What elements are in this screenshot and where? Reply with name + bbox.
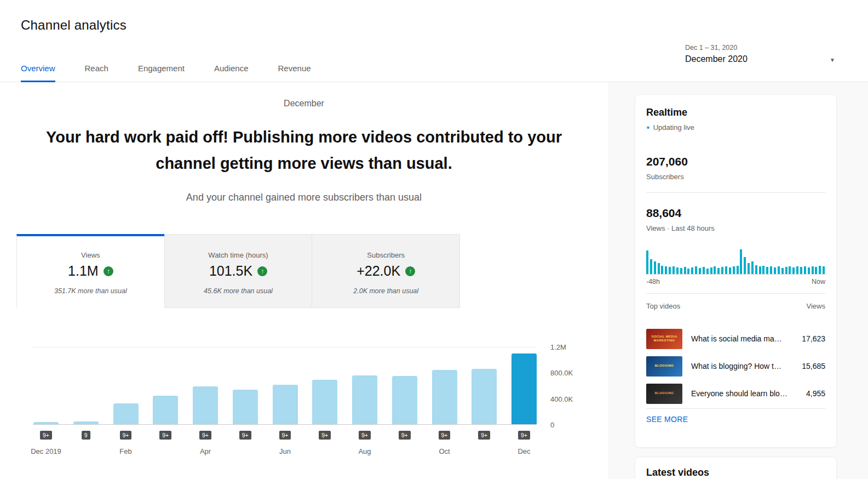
bar-mar[interactable] (153, 396, 178, 424)
video-count-badge[interactable]: 9+ (399, 431, 411, 440)
latest-videos-title: Latest videos (646, 467, 709, 478)
video-title: Everyone should learn blo… (691, 389, 801, 398)
bar-jun[interactable] (273, 385, 298, 424)
x-tick-label: Oct (439, 447, 450, 455)
top-video-row[interactable]: BLOGGINGEveryone should learn blo…4,955 (646, 380, 825, 407)
bar-jan[interactable] (73, 421, 99, 424)
bar-nov[interactable] (472, 369, 497, 424)
realtime-bar (785, 267, 787, 274)
realtime-bar (665, 266, 667, 274)
realtime-bar (819, 266, 821, 274)
top-videos-label: Top videos (646, 302, 680, 310)
realtime-bar (766, 267, 768, 274)
metric-value: 101.5K↑ (165, 263, 312, 279)
caret-down-icon[interactable]: ▼ (830, 57, 835, 63)
realtime-bar (710, 267, 712, 274)
realtime-bar (778, 266, 780, 274)
date-range-label: December 2020 (685, 54, 835, 64)
video-count-badge[interactable]: 9+ (518, 431, 530, 440)
realtime-bar (658, 263, 660, 274)
realtime-bar (815, 267, 817, 274)
video-count-badge[interactable]: 9+ (439, 431, 451, 440)
up-arrow-icon: ↑ (104, 266, 113, 276)
axis-right-label: Now (812, 278, 825, 286)
video-thumbnail: BLOGGING (646, 384, 682, 404)
tab-reach[interactable]: Reach (85, 55, 108, 82)
tab-overview[interactable]: Overview (21, 55, 55, 82)
views-column-label: Views (807, 302, 825, 310)
video-count-badge[interactable]: 9+ (359, 431, 371, 440)
date-range-picker[interactable]: Dec 1 – 31, 2020 December 2020 ▼ (685, 44, 835, 64)
realtime-bar (823, 266, 825, 274)
metric-value-text: 101.5K (209, 263, 252, 279)
video-views: 15,685 (802, 362, 825, 370)
metric-tab-subscribers[interactable]: Subscribers+22.0K↑2.0K more than usual (312, 234, 460, 308)
bar-jul[interactable] (312, 380, 337, 424)
realtime-bar-chart[interactable] (646, 249, 826, 275)
video-thumbnail: SOCIAL MEDIA MARKETING (646, 329, 682, 349)
page-title: Channel analytics (21, 18, 127, 33)
realtime-bar (759, 266, 761, 274)
x-tick-label: Dec 2019 (31, 447, 61, 455)
y-tick-label: 800.0K (550, 369, 573, 377)
video-title: What is social media ma… (691, 334, 796, 343)
metric-delta: 2.0K more than usual (312, 287, 459, 295)
x-tick-label: Aug (358, 447, 371, 455)
bar-sep[interactable] (392, 376, 417, 424)
video-thumbnail: BLOGGING (646, 356, 682, 377)
realtime-bar (729, 267, 731, 274)
realtime-bar (717, 268, 720, 274)
tab-engagement[interactable]: Engagement (138, 55, 185, 82)
realtime-bar (661, 266, 663, 274)
x-tick-label: Feb (119, 447, 131, 455)
subheadline: And your channel gained more subscribers… (0, 192, 608, 203)
realtime-bar (721, 267, 723, 274)
x-axis-labels: Dec 2019FebAprJunAugOctDec (33, 447, 537, 458)
y-tick-label: 400.0K (550, 395, 573, 403)
video-count-badge[interactable]: 9+ (40, 431, 52, 440)
video-count-badge[interactable]: 9+ (279, 431, 291, 440)
see-more-link[interactable]: SEE MORE (646, 415, 688, 424)
headline: Your hard work paid off! Publishing more… (30, 124, 578, 176)
metric-label: Watch time (hours) (165, 251, 312, 259)
realtime-bar (687, 269, 689, 274)
tab-audience[interactable]: Audience (214, 55, 249, 82)
realtime-bar (646, 250, 648, 274)
video-count-badge[interactable]: 9+ (478, 431, 490, 440)
bar-dec[interactable] (511, 353, 537, 424)
metric-tabs: Views1.1M↑351.7K more than usualWatch ti… (16, 234, 460, 308)
metric-tab-watch-time-hours[interactable]: Watch time (hours)101.5K↑45.6K more than… (164, 234, 312, 308)
realtime-bar (781, 268, 784, 274)
bar-dec-2019[interactable] (33, 422, 59, 424)
date-range-sub: Dec 1 – 31, 2020 (685, 44, 835, 52)
video-count-badge[interactable]: 9+ (199, 431, 211, 440)
metric-delta: 45.6K more than usual (165, 287, 312, 295)
bar-aug[interactable] (352, 375, 377, 424)
realtime-bar (691, 267, 693, 274)
y-tick-label: 1.2M (550, 343, 566, 351)
video-count-badge[interactable]: 9+ (319, 431, 331, 440)
live-dot-icon: ● (646, 124, 650, 130)
metric-label: Views (17, 251, 164, 259)
realtime-bar (792, 267, 795, 274)
video-count-badge[interactable]: 9+ (120, 431, 132, 440)
video-count-badges: 9+99+9+9+9+9+9+9+9+9+9+9+ (33, 431, 537, 442)
video-count-badge[interactable]: 9+ (239, 431, 251, 440)
axis-left-label: -48h (646, 278, 660, 286)
realtime-bar (755, 265, 757, 274)
x-tick-label: Jun (279, 447, 291, 455)
video-count-badge[interactable]: 9+ (159, 431, 171, 440)
top-video-row[interactable]: BLOGGINGWhat is blogging? How t…15,685 (646, 352, 825, 380)
bar-may[interactable] (233, 390, 258, 424)
bar-feb[interactable] (113, 403, 139, 424)
top-video-row[interactable]: SOCIAL MEDIA MARKETINGWhat is social med… (646, 325, 825, 352)
divider (646, 408, 825, 409)
bar-oct[interactable] (432, 370, 457, 424)
video-count-badge[interactable]: 9 (82, 431, 90, 440)
x-tick-label: Apr (200, 447, 211, 455)
tab-revenue[interactable]: Revenue (278, 55, 311, 82)
realtime-bar (774, 267, 776, 274)
metric-tab-views[interactable]: Views1.1M↑351.7K more than usual (16, 234, 164, 308)
bar-apr[interactable] (193, 386, 218, 424)
realtime-bar (762, 266, 764, 274)
